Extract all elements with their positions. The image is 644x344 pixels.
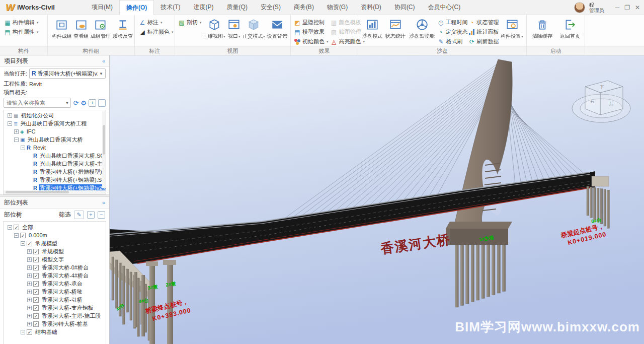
tree-node-label[interactable]: 香溪河大桥-0#桥台: [41, 264, 90, 271]
checkbox[interactable]: ✓: [33, 265, 39, 270]
minimize-button[interactable]: ─: [615, 4, 620, 11]
tree-node-label[interactable]: 香溪河大桥-主塔-施工段: [41, 312, 102, 320]
menu-tab-7[interactable]: 物资(G): [320, 0, 354, 15]
menu-tab-0[interactable]: 项目(M): [85, 0, 119, 15]
tree-row[interactable]: −✓0.000m: [5, 231, 106, 239]
tree-row[interactable]: −RRevit: [5, 144, 106, 152]
tree-node-label[interactable]: 兴山县峡口香溪河大桥工程: [19, 120, 88, 127]
back-home-button[interactable]: 返回首页: [558, 17, 583, 40]
project-time-button[interactable]: ◷ 工程时间: [437, 18, 467, 27]
expand-icon[interactable]: +: [27, 282, 32, 286]
parts-panel-collapse-icon[interactable]: «: [102, 199, 105, 205]
checkbox[interactable]: ✓: [33, 289, 39, 295]
menu-tab-8[interactable]: 资料(D): [354, 0, 388, 15]
parts-expand-all-button[interactable]: +: [87, 211, 95, 219]
expand-icon[interactable]: +: [8, 113, 12, 118]
tree-row[interactable]: +✓香溪河大桥-4#桥台: [5, 271, 106, 280]
ortho-mode-button[interactable]: 正交模式▾: [242, 17, 265, 40]
tree-node-label[interactable]: 常规模型: [41, 248, 65, 255]
menu-tab-10[interactable]: 会员中心(C): [422, 0, 467, 15]
menu-tab-2[interactable]: 技术(T): [154, 0, 187, 15]
tree-node-label[interactable]: 兴山县峡口香溪河大桥-主塔劲性骨架: [39, 160, 106, 168]
tree-node-label[interactable]: 香溪河特大桥(+措施模型).SG: [39, 168, 106, 176]
clear-cache-button[interactable]: 清除缓存: [530, 17, 555, 40]
set-background-button[interactable]: 设置背景: [266, 17, 288, 40]
tree-node-label[interactable]: 初始化分公司: [20, 112, 55, 119]
checkbox[interactable]: ✓: [27, 329, 32, 335]
tree-row[interactable]: +✓模型文字: [5, 255, 106, 263]
collapse-icon[interactable]: −: [21, 146, 25, 150]
checkbox[interactable]: ✓: [33, 313, 39, 319]
project-panel-collapse-icon[interactable]: «: [102, 58, 105, 64]
expand-icon[interactable]: +: [27, 290, 32, 294]
tree-node-label[interactable]: 模型文字: [41, 256, 65, 263]
checkbox[interactable]: ✓: [33, 297, 39, 303]
tree-node-label[interactable]: 香溪河大桥-承台: [41, 280, 84, 288]
expand-icon[interactable]: +: [27, 257, 32, 262]
format-painter-button[interactable]: ✎ 格式刷: [437, 37, 467, 46]
visibility-control-button[interactable]: ◩ 显隐控制: [294, 18, 329, 27]
checkbox[interactable]: ✓: [27, 241, 32, 246]
view-3d-button[interactable]: 三维视图▾: [203, 17, 226, 40]
group-manage-button[interactable]: 成组管理: [90, 17, 112, 40]
collapse-icon[interactable]: −: [21, 241, 25, 246]
tree-row[interactable]: +✓香溪河大桥-主塔-施工段: [5, 312, 106, 320]
menu-tab-5[interactable]: 安全(S): [254, 0, 287, 15]
sandbox-cockpit-button[interactable]: 沙盘驾驶舱: [408, 17, 436, 40]
model-effect-button[interactable]: ▤ 模型效果: [294, 28, 329, 36]
user-avatar[interactable]: [574, 2, 585, 13]
tree-node-label[interactable]: 香溪河大桥-桥墩: [41, 288, 84, 296]
define-status-button[interactable]: ◔ 定义状态: [437, 28, 467, 36]
checkbox[interactable]: ✓: [33, 257, 39, 262]
checkbox[interactable]: ✓: [33, 281, 39, 287]
status-statistics-button[interactable]: 状态统计: [384, 17, 407, 40]
viewport-button[interactable]: 视口▾: [227, 17, 241, 40]
current-open-select[interactable]: R 香溪河特大桥(+钢箱梁)v2.0 ▼: [29, 68, 106, 79]
tree-row[interactable]: +✓香溪河大桥-桥墩: [5, 288, 106, 296]
expand-icon[interactable]: +: [27, 298, 32, 302]
expand-icon[interactable]: +: [27, 265, 32, 270]
tree-node-label[interactable]: 兴山县峡口香溪河大桥: [26, 136, 84, 144]
menu-tab-3[interactable]: 进度(P): [187, 0, 220, 15]
collapse-icon[interactable]: −: [8, 121, 12, 126]
expand-icon[interactable]: +: [27, 314, 32, 318]
tree-row[interactable]: −✓常规模型: [5, 239, 106, 247]
collapse-icon[interactable]: −: [14, 233, 19, 238]
expand-icon[interactable]: +: [14, 129, 19, 134]
tree-row[interactable]: R兴山县峡口香溪河大桥-主塔劲性骨架: [5, 160, 106, 168]
expand-icon[interactable]: +: [27, 249, 32, 254]
expand-icon[interactable]: +: [27, 322, 32, 326]
tree-node-label[interactable]: 香溪河特大桥-桩基: [41, 320, 89, 328]
tree-row[interactable]: R香溪河特大桥(+措施模型).SG: [5, 168, 106, 176]
annotate-color-button[interactable]: ◢ 标注颜色▾: [139, 28, 174, 36]
edit-pencil-icon[interactable]: ✎: [74, 211, 84, 219]
restore-button[interactable]: ❐: [624, 4, 630, 11]
collapse-icon[interactable]: −: [8, 225, 12, 230]
checkbox[interactable]: ✓: [33, 321, 39, 327]
tree-node-label[interactable]: IFC: [26, 128, 37, 134]
component-settings-button[interactable]: 构件设置▾: [500, 17, 524, 40]
view-group-button[interactable]: 查看组: [73, 17, 90, 40]
collapse-icon[interactable]: −: [14, 137, 19, 142]
menu-tab-9[interactable]: 协同(C): [388, 0, 422, 15]
tree-node-label[interactable]: 香溪河大桥-4#桥台: [41, 272, 90, 280]
menu-tab-1[interactable]: 操作(O): [119, 0, 154, 15]
initial-color-button[interactable]: 初始颜色▾: [294, 37, 329, 46]
tree-row[interactable]: −≣兴山县峡口香溪河大桥工程: [5, 119, 106, 127]
checkbox[interactable]: ✓: [20, 233, 26, 238]
tree-node-label[interactable]: 结构基础: [34, 328, 58, 336]
filter-button[interactable]: 筛选: [59, 211, 71, 219]
component-edit-button[interactable]: ▦ 构件编辑▾: [4, 18, 39, 27]
tree-row[interactable]: +✓香溪河大桥-支座钢板: [5, 304, 106, 312]
parts-collapse-all-button[interactable]: −: [98, 211, 105, 219]
status-manage-button[interactable]: ◔ 状态管理: [468, 18, 499, 27]
annotate-button[interactable]: ∠ 标注▾: [139, 18, 174, 27]
tree-node-label[interactable]: 香溪河大桥-引桥: [41, 296, 84, 304]
menu-tab-6[interactable]: 商务(B): [287, 0, 320, 15]
menu-tab-4[interactable]: 质量(Q): [220, 0, 254, 15]
tree-row[interactable]: +▦初始化分公司: [5, 111, 106, 119]
group-components-button[interactable]: 构件成组: [51, 17, 73, 40]
stats-panel-button[interactable]: 统计面板: [468, 28, 499, 36]
tree-node-label[interactable]: 全部: [21, 224, 34, 231]
tree-row[interactable]: −▣兴山县峡口香溪河大桥: [5, 135, 106, 144]
